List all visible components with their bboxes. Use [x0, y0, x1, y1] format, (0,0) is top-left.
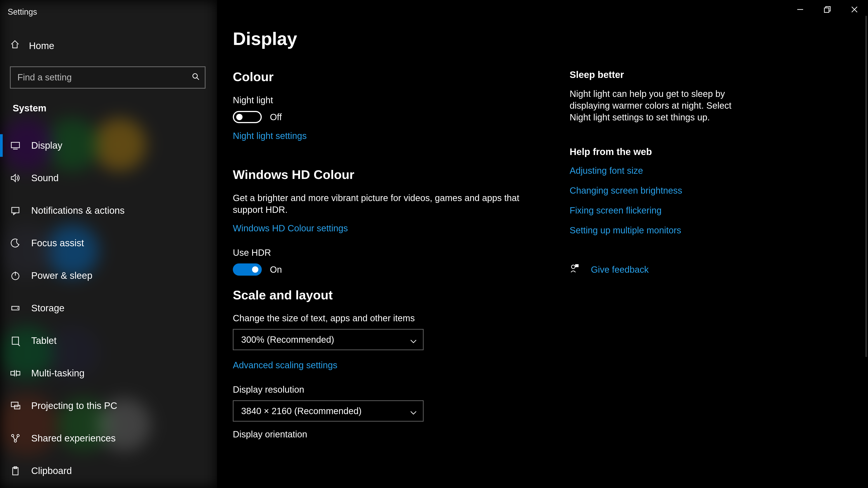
svg-line-25 [13, 436, 15, 440]
sidebar-item-storage[interactable]: Storage [0, 292, 217, 324]
sidebar-item-focus-assist[interactable]: Focus assist [0, 227, 217, 259]
section-hdcolour: Windows HD Colour [233, 166, 540, 183]
shared-experiences-icon [10, 433, 21, 444]
sleep-better-text: Night light can help you get to sleep by… [569, 88, 737, 123]
search-icon [192, 72, 200, 84]
svg-point-13 [17, 308, 18, 308]
section-scale: Scale and layout [233, 287, 540, 303]
resolution-label: Display resolution [233, 384, 540, 395]
svg-rect-16 [11, 371, 14, 375]
feedback-row[interactable]: Give feedback [569, 263, 737, 276]
clipboard-icon [10, 465, 21, 476]
sidebar-item-label: Storage [31, 302, 64, 315]
svg-rect-30 [576, 265, 578, 267]
sidebar-item-clipboard[interactable]: Clipboard [0, 455, 217, 487]
orientation-label: Display orientation [233, 428, 540, 440]
help-links: Adjusting font size Changing screen brig… [569, 165, 737, 236]
window-title: Settings [0, 0, 37, 18]
svg-rect-14 [12, 337, 19, 344]
search-input[interactable] [18, 72, 192, 83]
sidebar-item-label: Multi-tasking [31, 367, 85, 380]
main-content: Display Colour Night light Off Night lig… [217, 0, 868, 488]
svg-line-6 [197, 78, 199, 80]
sound-icon [10, 173, 21, 184]
svg-point-5 [193, 74, 197, 78]
svg-rect-7 [11, 142, 20, 148]
home-icon [10, 39, 20, 53]
sidebar-item-notifications[interactable]: Notifications & actions [0, 194, 217, 227]
night-light-label: Night light [233, 94, 540, 106]
sidebar-item-tablet[interactable]: Tablet [0, 324, 217, 357]
svg-rect-21 [14, 405, 20, 409]
titlebar: Settings [0, 0, 868, 22]
sidebar-nav: Display Sound Notifications & actions Fo… [0, 129, 217, 487]
close-icon [850, 6, 858, 13]
section-colour: Colour [233, 69, 540, 85]
sidebar-item-shared-experiences[interactable]: Shared experiences [0, 422, 217, 455]
power-icon [10, 270, 21, 281]
window-controls [786, 0, 868, 19]
sidebar-item-multitasking[interactable]: Multi-tasking [0, 357, 217, 390]
minimize-button[interactable] [786, 0, 814, 19]
feedback-link[interactable]: Give feedback [591, 264, 649, 275]
sidebar: Home System Display Sound [0, 0, 217, 488]
sidebar-item-label: Clipboard [31, 465, 72, 477]
sidebar-category: System [0, 89, 217, 117]
night-light-toggle[interactable] [233, 111, 262, 123]
advanced-scaling-link[interactable]: Advanced scaling settings [233, 359, 338, 371]
sleep-better-heading: Sleep better [569, 69, 737, 81]
sidebar-item-power-sleep[interactable]: Power & sleep [0, 259, 217, 292]
sidebar-item-sound[interactable]: Sound [0, 162, 217, 194]
svg-rect-17 [16, 371, 20, 375]
sidebar-home[interactable]: Home [0, 34, 217, 58]
night-light-settings-link[interactable]: Night light settings [233, 130, 307, 142]
maximize-button[interactable] [814, 0, 841, 19]
sidebar-item-label: Tablet [31, 335, 57, 347]
sidebar-item-label: Notifications & actions [31, 204, 125, 217]
sidebar-item-label: Shared experiences [31, 432, 116, 445]
hdcolour-description: Get a brighter and more vibrant picture … [233, 192, 536, 216]
storage-icon [10, 303, 21, 314]
help-link-font-size[interactable]: Adjusting font size [569, 165, 737, 176]
tablet-icon [10, 335, 21, 346]
sidebar-item-display[interactable]: Display [0, 129, 217, 162]
sidebar-item-label: Display [31, 139, 62, 152]
scrollbar[interactable] [865, 16, 867, 357]
sidebar-item-projecting[interactable]: Projecting to this PC [0, 390, 217, 422]
help-link-multimonitor[interactable]: Setting up multiple monitors [569, 224, 737, 236]
resolution-dropdown[interactable]: 3840 × 2160 (Recommended) [233, 400, 424, 422]
use-hdr-state: On [270, 264, 282, 275]
svg-point-24 [14, 440, 17, 442]
svg-rect-9 [12, 207, 19, 213]
resolution-value: 3840 × 2160 (Recommended) [241, 405, 362, 417]
hdcolour-settings-link[interactable]: Windows HD Colour settings [233, 222, 348, 234]
use-hdr-label: Use HDR [233, 247, 540, 258]
search-input-wrap[interactable] [10, 66, 206, 89]
scale-label: Change the size of text, apps and other … [233, 312, 540, 324]
feedback-icon [569, 263, 580, 276]
sidebar-home-label: Home [29, 40, 54, 52]
chevron-down-icon [410, 336, 417, 343]
focus-assist-icon [10, 238, 21, 249]
chevron-down-icon [410, 408, 417, 415]
use-hdr-toggle[interactable] [233, 263, 262, 275]
minimize-icon [796, 6, 804, 13]
settings-column: Colour Night light Off Night light setti… [233, 64, 540, 488]
help-link-flickering[interactable]: Fixing screen flickering [569, 204, 737, 216]
scale-value: 300% (Recommended) [241, 334, 334, 346]
help-link-brightness[interactable]: Changing screen brightness [569, 185, 737, 196]
notifications-icon [10, 205, 21, 216]
svg-line-26 [16, 436, 18, 440]
svg-point-29 [571, 265, 575, 269]
close-button[interactable] [841, 0, 868, 19]
svg-point-23 [17, 434, 19, 437]
sidebar-item-label: Focus assist [31, 237, 84, 250]
scale-dropdown[interactable]: 300% (Recommended) [233, 329, 424, 350]
projecting-icon [10, 400, 21, 411]
help-heading: Help from the web [569, 146, 737, 158]
sidebar-item-label: Projecting to this PC [31, 400, 117, 412]
night-light-state: Off [270, 111, 282, 123]
svg-line-15 [18, 344, 20, 346]
sidebar-item-label: Power & sleep [31, 269, 92, 282]
sidebar-item-label: Sound [31, 172, 59, 184]
